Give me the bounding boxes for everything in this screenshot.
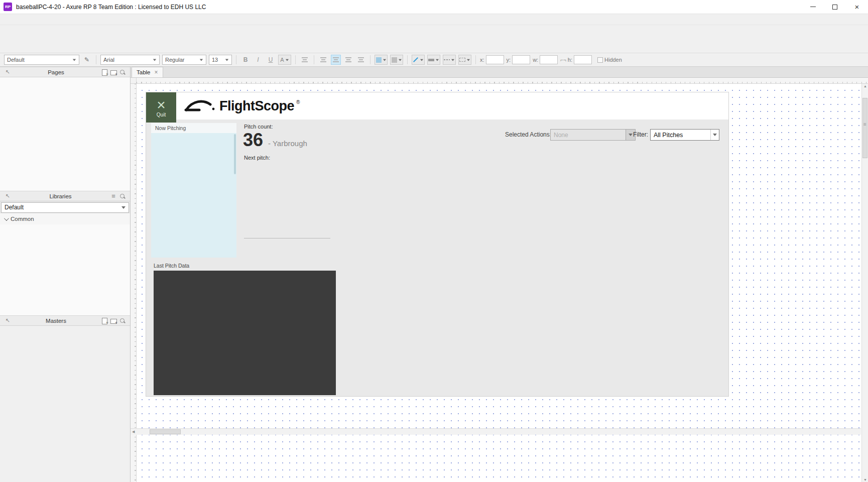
horizontal-scrollbar-thumb[interactable] xyxy=(150,429,181,434)
align-left-button[interactable] xyxy=(318,55,328,65)
collapse-panel-icon[interactable]: ↖ xyxy=(4,69,11,76)
masters-panel-title: Masters xyxy=(12,318,100,324)
axure-rp-logo-icon: RP xyxy=(4,3,12,11)
border-visibility-button[interactable] xyxy=(458,55,471,65)
menu-bar xyxy=(0,14,868,25)
collapse-panel-icon[interactable]: ↖ xyxy=(4,193,11,200)
window-controls: × xyxy=(802,0,868,14)
bullet-list-button[interactable] xyxy=(300,55,310,65)
line-style-button[interactable] xyxy=(443,55,456,65)
pitch-table: Selected Actions: None Filter: All Pitch… xyxy=(347,123,725,397)
library-select[interactable]: Default xyxy=(1,202,129,213)
flightscope-swoosh-icon xyxy=(184,98,215,113)
filter-dropdown[interactable]: All Pitches xyxy=(650,129,719,141)
h-label: h: xyxy=(568,57,572,63)
add-master-folder-icon[interactable] xyxy=(110,317,117,324)
line-width-button[interactable] xyxy=(427,55,440,65)
masters-panel-header: ↖ Masters xyxy=(0,315,130,326)
font-color-button[interactable]: A xyxy=(278,55,291,65)
vertical-scrollbar-thumb[interactable] xyxy=(862,98,867,158)
quit-button[interactable]: × Quit xyxy=(146,92,176,123)
close-icon: × xyxy=(855,3,859,11)
close-button[interactable]: × xyxy=(846,0,868,14)
minimize-button[interactable] xyxy=(802,0,824,14)
add-page-icon[interactable] xyxy=(101,69,108,76)
selected-actions-dropdown[interactable]: None xyxy=(550,129,636,141)
y-label: y: xyxy=(507,57,511,63)
title-bar: RP baseballPC-4-20 - Axure RP 8 Team Edi… xyxy=(0,0,868,14)
pitch-count-pitcher: - Yarbrough xyxy=(268,139,307,148)
horizontal-scrollbar[interactable]: ◀ xyxy=(131,428,861,435)
divider xyxy=(244,238,330,238)
italic-button[interactable]: I xyxy=(253,55,263,65)
vertical-scrollbar[interactable]: ▲ ▼ xyxy=(861,84,868,482)
flightscope-content: Now Pitching Pitch count: 36 - Yarbrough… xyxy=(146,119,728,397)
tab-close-icon[interactable]: × xyxy=(155,69,158,76)
ruler-corner xyxy=(131,78,137,84)
collapse-panel-icon[interactable]: ↖ xyxy=(4,317,11,324)
last-pitch-data-title: Last Pitch Data xyxy=(154,263,189,269)
selected-actions-label: Selected Actions: xyxy=(505,131,551,138)
align-top-button[interactable] xyxy=(356,55,366,65)
pages-panel-header: ↖ Pages xyxy=(0,67,130,77)
tab-bar: Table × xyxy=(131,67,868,78)
vertical-ruler xyxy=(131,84,137,482)
align-center-button[interactable] xyxy=(331,55,341,65)
w-input[interactable] xyxy=(540,55,558,64)
minimize-icon xyxy=(810,7,816,7)
bold-button[interactable]: B xyxy=(240,55,251,65)
main-toolbar xyxy=(0,25,868,53)
align-right-button[interactable] xyxy=(343,55,353,65)
fill-color-button[interactable] xyxy=(375,55,388,65)
dropdown-arrow-icon xyxy=(710,130,719,140)
masters-panel-body xyxy=(0,326,130,482)
chevron-down-icon xyxy=(4,216,9,221)
pages-panel-title: Pages xyxy=(12,69,100,75)
tab-table[interactable]: Table × xyxy=(132,67,163,77)
font-weight-select[interactable]: Regular xyxy=(162,55,206,65)
x-input[interactable] xyxy=(486,55,504,64)
libraries-panel-title: Libraries xyxy=(12,193,109,199)
shadow-button[interactable] xyxy=(390,55,403,65)
add-master-icon[interactable] xyxy=(101,317,108,324)
style-select[interactable]: Default xyxy=(4,55,79,65)
quit-x-icon: × xyxy=(157,98,166,112)
underline-button[interactable]: U xyxy=(266,55,276,65)
now-pitching-title: Now Pitching xyxy=(151,123,236,133)
now-pitching-list: Now Pitching xyxy=(151,123,236,258)
libraries-panel-header: ↖ Libraries ≡ xyxy=(0,191,130,201)
flightscope-logo: FlightScope ® xyxy=(184,92,300,119)
libraries-menu-icon[interactable]: ≡ xyxy=(110,193,117,200)
hidden-label: Hidden xyxy=(604,57,622,63)
table-header-row xyxy=(347,143,725,161)
hidden-checkbox[interactable] xyxy=(597,57,603,63)
pitch-count-value: 36 xyxy=(243,130,263,151)
font-size-select[interactable]: 13 xyxy=(209,55,232,65)
last-pitch-data-grid xyxy=(154,271,336,395)
font-family-select[interactable]: Arial xyxy=(100,55,160,65)
search-libraries-icon[interactable] xyxy=(119,193,126,200)
maximize-icon xyxy=(832,5,837,10)
line-color-button[interactable] xyxy=(412,55,425,65)
window-title: baseballPC-4-20 - Axure RP 8 Team Editio… xyxy=(16,4,206,11)
pitcher-list-scrollbar[interactable] xyxy=(234,134,236,174)
axure-window: RP baseballPC-4-20 - Axure RP 8 Team Edi… xyxy=(0,0,868,482)
h-input[interactable] xyxy=(574,55,592,64)
edit-style-icon[interactable]: ✎ xyxy=(82,55,92,65)
design-canvas[interactable]: × Quit FlightScope ® xyxy=(137,84,868,482)
maximize-button[interactable] xyxy=(824,0,846,14)
common-section-header[interactable]: Common xyxy=(0,213,130,224)
widget-library-grid xyxy=(0,224,130,315)
horizontal-ruler xyxy=(137,78,868,84)
filter-label: Filter: xyxy=(633,131,648,138)
y-input[interactable] xyxy=(512,55,530,64)
canvas-area: Table × × Quit xyxy=(131,67,868,482)
link-wh-icon[interactable]: ⌐¬ xyxy=(560,57,566,63)
format-toolbar: Default ✎ Arial Regular 13 B I U A x: y:… xyxy=(0,53,868,67)
search-pages-icon[interactable] xyxy=(119,69,126,76)
add-folder-icon[interactable] xyxy=(110,69,117,76)
search-masters-icon[interactable] xyxy=(119,317,126,324)
flightscope-header: × Quit FlightScope ® xyxy=(146,92,728,119)
w-label: w: xyxy=(533,57,538,63)
next-pitch-label: Next pitch: xyxy=(244,155,270,161)
